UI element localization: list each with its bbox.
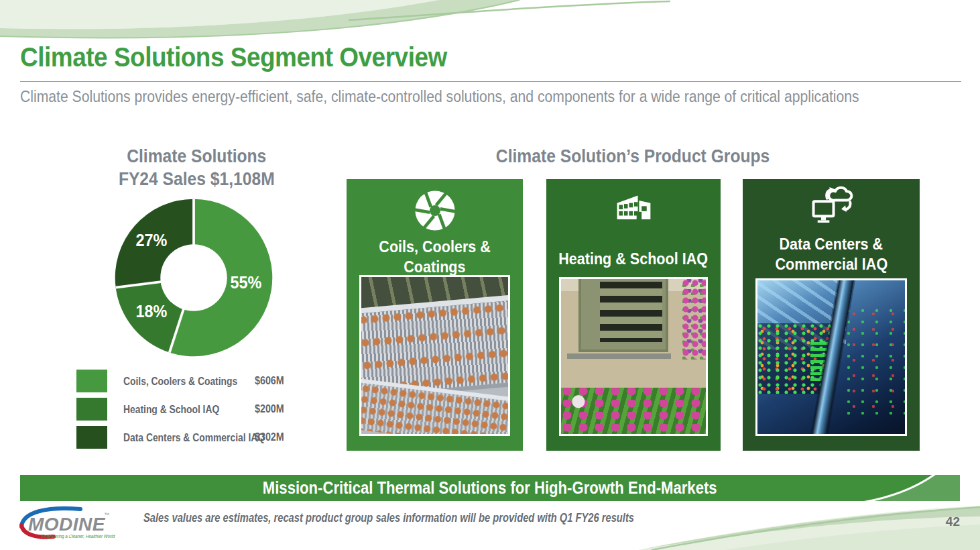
legend-value: $606M <box>255 374 284 388</box>
chart-title: Climate Solutions FY24 Sales $1,108M <box>79 145 314 190</box>
datacenter-photo <box>755 278 907 436</box>
footnote: Sales values are estimates, recast produ… <box>143 511 727 525</box>
banner: Mission-Critical Thermal Solutions for H… <box>20 475 960 501</box>
title-divider <box>20 81 961 82</box>
photo-hanging-flowers <box>682 279 706 360</box>
heating-photo <box>559 277 708 436</box>
card-title: Data Centers & Commercial IAQ <box>743 234 920 274</box>
slice-label-18: 18% <box>135 301 167 322</box>
legend-value: $302M <box>255 431 284 444</box>
legend-swatch <box>76 370 107 392</box>
photo-led-panel-right <box>846 308 905 419</box>
photo-conduit <box>567 353 672 359</box>
product-groups-header: Climate Solution’s Product Groups <box>347 146 920 167</box>
page-subtitle: Climate Solutions provides energy-effici… <box>20 88 953 106</box>
photo-unit-heater <box>578 279 668 352</box>
slice-label-27: 27% <box>135 229 167 250</box>
building-icon <box>546 192 721 231</box>
legend-label: Data Centers & Commercial IAQ <box>123 431 265 444</box>
photo-flower-bed <box>561 388 706 434</box>
page-number: 42 <box>946 514 960 529</box>
legend-item-datacenters: Data Centers & Commercial IAQ $302M <box>76 426 318 449</box>
legend-swatch <box>76 398 107 421</box>
logo-wordmark: MODINE <box>28 514 106 535</box>
legend-value: $200M <box>255 402 284 416</box>
monitor-cloud-sync-icon <box>743 185 920 232</box>
donut-chart: 55% 18% 27% <box>112 196 275 360</box>
photo-louvers <box>600 282 662 342</box>
chart-legend: Coils, Coolers & Coatings $606M Heating … <box>76 370 318 454</box>
legend-item-heating: Heating & School IAQ $200M <box>76 398 318 421</box>
product-card-heating: Heating & School IAQ <box>546 179 721 451</box>
top-swoosh-decoration <box>0 0 670 39</box>
bottom-swoosh-decoration <box>558 500 980 550</box>
product-card-coils: Coils, Coolers & Coatings <box>347 179 523 451</box>
legend-label: Coils, Coolers & Coatings <box>123 375 237 388</box>
coils-photo <box>359 275 510 436</box>
legend-item-coils: Coils, Coolers & Coatings $606M <box>76 370 318 392</box>
card-title: Coils, Coolers & Coatings <box>347 237 523 277</box>
page-title: Climate Solutions Segment Overview <box>20 42 495 73</box>
donut-hole <box>160 244 227 311</box>
logo-tagline: Engineering a Cleaner, Healthier World <box>42 534 115 539</box>
legend-swatch <box>76 426 107 449</box>
product-card-datacenters: Data Centers & Commercial IAQ <box>743 179 920 451</box>
modine-logo: MODINE ™ Engineering a Cleaner, Healthie… <box>15 505 115 540</box>
slice-label-55: 55% <box>231 272 262 293</box>
legend-label: Heating & School IAQ <box>123 403 219 416</box>
logo-trademark: ™ <box>104 512 109 518</box>
fan-aperture-icon <box>347 189 523 235</box>
banner-swoosh-decoration <box>846 475 960 501</box>
slide-root: Climate Solutions Segment Overview Clima… <box>0 0 980 550</box>
